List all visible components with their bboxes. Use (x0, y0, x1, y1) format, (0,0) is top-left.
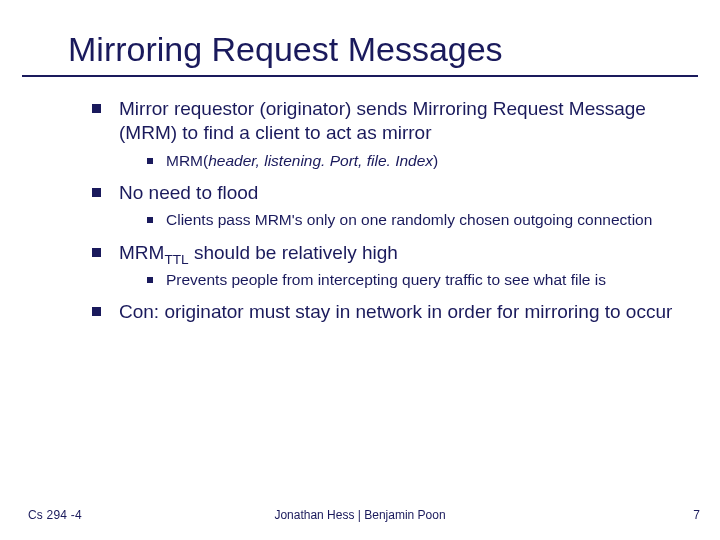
sub-bullet-list: Prevents people from intercepting query … (147, 270, 680, 290)
footer-page-number: 7 (693, 508, 700, 522)
sub-list-item: MRM(header, listening. Port, file. Index… (147, 151, 680, 171)
square-bullet-icon (147, 217, 153, 223)
sub-bullet-text: Prevents people from intercepting query … (166, 270, 606, 290)
bullet-text: Mirror requestor (originator) sends Mirr… (119, 97, 680, 145)
list-item: Mirror requestor (originator) sends Mirr… (92, 97, 680, 171)
slide-title: Mirroring Request Messages (68, 30, 698, 69)
footer-left: Cs 294 -4 (28, 508, 82, 522)
sub-list-item: Prevents people from intercepting query … (147, 270, 680, 290)
sub-bullet-text: MRM(header, listening. Port, file. Index… (166, 151, 438, 171)
title-rule (22, 75, 698, 77)
sub-bullet-list: MRM(header, listening. Port, file. Index… (147, 151, 680, 171)
square-bullet-icon (147, 158, 153, 164)
bullet-list: Mirror requestor (originator) sends Mirr… (92, 97, 680, 324)
bullet-text: Con: originator must stay in network in … (119, 300, 672, 324)
sub-bullet-text: Clients pass MRM's only on one randomly … (166, 210, 652, 230)
list-item: No need to floodClients pass MRM's only … (92, 181, 680, 231)
slide-footer: Cs 294 -4 Jonathan Hess | Benjamin Poon … (0, 508, 720, 522)
sub-bullet-list: Clients pass MRM's only on one randomly … (147, 210, 680, 230)
slide: Mirroring Request Messages Mirror reques… (0, 0, 720, 540)
list-item: Con: originator must stay in network in … (92, 300, 680, 324)
square-bullet-icon (92, 188, 101, 197)
sub-list-item: Clients pass MRM's only on one randomly … (147, 210, 680, 230)
square-bullet-icon (92, 307, 101, 316)
list-item: MRMTTL should be relatively highPrevents… (92, 241, 680, 291)
square-bullet-icon (92, 104, 101, 113)
bullet-text: MRMTTL should be relatively high (119, 241, 398, 265)
square-bullet-icon (92, 248, 101, 257)
footer-center: Jonathan Hess | Benjamin Poon (0, 508, 720, 522)
square-bullet-icon (147, 277, 153, 283)
slide-content: Mirror requestor (originator) sends Mirr… (92, 97, 680, 324)
bullet-text: No need to flood (119, 181, 258, 205)
